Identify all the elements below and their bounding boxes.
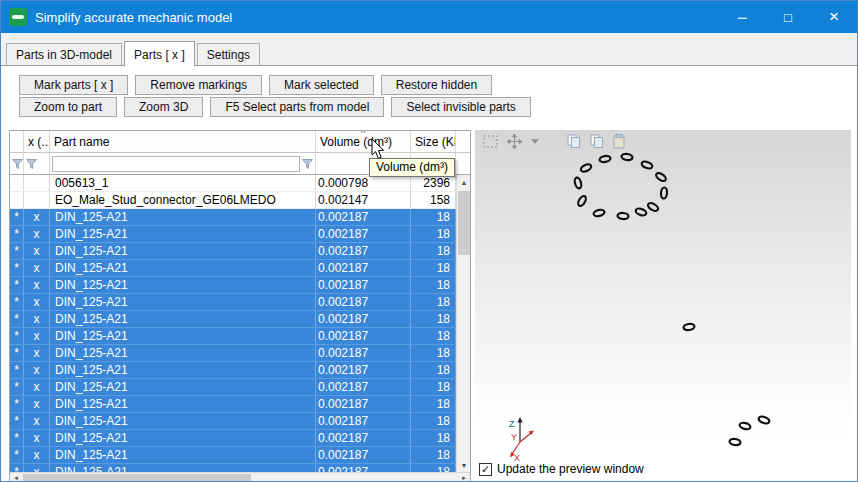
f5-select-parts-button[interactable]: F5 Select parts from model xyxy=(210,97,384,117)
table-row[interactable]: * x DIN_125-A21 0.002187 18 xyxy=(10,328,456,345)
filter-part-name xyxy=(50,153,316,174)
maximize-button[interactable]: □ xyxy=(765,1,811,33)
remove-markings-button[interactable]: Remove markings xyxy=(135,75,262,95)
preview-panel: Z Y X xyxy=(475,130,851,462)
row-part-name-cell: DIN_125-A21 xyxy=(50,396,316,412)
table-row[interactable]: * x DIN_125-A21 0.002187 18 xyxy=(10,362,456,379)
part-name-filter-input[interactable] xyxy=(52,156,300,172)
zoom-3d-button[interactable]: Zoom 3D xyxy=(124,97,203,117)
row-volume-cell: 0.002187 xyxy=(316,345,411,361)
table-row[interactable]: * x DIN_125-A21 0.002187 18 xyxy=(10,294,456,311)
restore-hidden-button[interactable]: Restore hidden xyxy=(381,75,492,95)
update-preview-checkbox[interactable]: ✓ xyxy=(479,463,492,476)
table-row[interactable]: * x DIN_125-A21 0.002187 18 xyxy=(10,447,456,464)
table-row[interactable]: * x DIN_125-A21 0.002187 18 xyxy=(10,379,456,396)
window-title: Simplify accurate mechanic model xyxy=(35,10,719,25)
row-size-cell: 18 xyxy=(411,260,456,276)
row-x-cell: x xyxy=(24,277,50,293)
row-volume-cell: 0.002187 xyxy=(316,277,411,293)
table-row[interactable]: * x DIN_125-A21 0.002187 18 xyxy=(10,260,456,277)
row-x-cell xyxy=(24,175,50,191)
row-size-cell: 18 xyxy=(411,311,456,327)
scroll-left-icon[interactable]: ◄ xyxy=(10,473,22,482)
header-marker[interactable] xyxy=(10,131,24,152)
table-row[interactable]: 005613_1 0.000798 2396 xyxy=(10,175,456,192)
copy-image-icon[interactable] xyxy=(567,134,581,149)
chevron-down-icon[interactable] xyxy=(531,139,539,144)
zoom-window-icon[interactable] xyxy=(483,135,498,148)
row-size-cell: 18 xyxy=(411,226,456,242)
table-row[interactable]: * x DIN_125-A21 0.002187 18 xyxy=(10,243,456,260)
washer-part xyxy=(758,415,770,424)
row-part-name-cell: DIN_125-A21 xyxy=(50,345,316,361)
row-size-cell: 18 xyxy=(411,464,456,472)
row-marker-cell: * xyxy=(10,362,24,378)
filter-icon[interactable] xyxy=(302,159,313,169)
minimize-button[interactable]: ─ xyxy=(719,1,765,33)
tab-parts-in-3d-model[interactable]: Parts in 3D-model xyxy=(6,43,122,66)
header-size[interactable]: Size (KB) xyxy=(411,131,456,152)
header-x[interactable]: x (... xyxy=(24,131,50,152)
close-button[interactable]: × xyxy=(811,1,857,33)
filter-icon[interactable] xyxy=(26,159,37,169)
row-size-cell: 18 xyxy=(411,430,456,446)
row-volume-cell: 0.002187 xyxy=(316,311,411,327)
tab-parts-x[interactable]: Parts [ x ] xyxy=(124,41,195,66)
scroll-down-icon[interactable]: ▼ xyxy=(457,458,471,472)
washer-part xyxy=(641,160,653,169)
tab-settings[interactable]: Settings xyxy=(197,43,260,66)
horizontal-scrollbar[interactable]: ◄ ► xyxy=(10,472,470,482)
mark-selected-button[interactable]: Mark selected xyxy=(269,75,374,95)
app-icon xyxy=(9,8,27,26)
zoom-to-part-button[interactable]: Zoom to part xyxy=(19,97,117,117)
washer-part xyxy=(655,171,667,182)
row-marker-cell: * xyxy=(10,345,24,361)
row-marker-cell xyxy=(10,175,24,191)
filter-icon[interactable] xyxy=(12,159,23,169)
row-marker-cell: * xyxy=(10,294,24,310)
table-row[interactable]: EO_Male_Stud_connector_GE06LMEDO 0.00214… xyxy=(10,192,456,209)
table-row[interactable]: * x DIN_125-A21 0.002187 18 xyxy=(10,464,456,472)
row-x-cell: x xyxy=(24,413,50,429)
row-part-name-cell: DIN_125-A21 xyxy=(50,243,316,259)
header-part-name[interactable]: Part name xyxy=(50,131,316,152)
row-x-cell: x xyxy=(24,430,50,446)
table-row[interactable]: * x DIN_125-A21 0.002187 18 xyxy=(10,345,456,362)
vertical-scroll-thumb[interactable] xyxy=(458,191,470,255)
row-size-cell: 18 xyxy=(411,328,456,344)
copy-icon[interactable] xyxy=(590,134,604,149)
horizontal-scroll-thumb[interactable] xyxy=(23,474,251,482)
select-invisible-parts-button[interactable]: Select invisible parts xyxy=(391,97,530,117)
table-row[interactable]: * x DIN_125-A21 0.002187 18 xyxy=(10,226,456,243)
window-controls: ─ □ × xyxy=(719,1,857,33)
row-marker-cell: * xyxy=(10,447,24,463)
filter-x[interactable] xyxy=(24,153,50,174)
washer-part xyxy=(577,195,588,208)
table-row[interactable]: * x DIN_125-A21 0.002187 18 xyxy=(10,209,456,226)
mouse-cursor xyxy=(371,139,387,161)
scroll-right-icon[interactable]: ► xyxy=(458,473,470,482)
mark-parts-button[interactable]: Mark parts [ x ] xyxy=(19,75,128,95)
table-row[interactable]: * x DIN_125-A21 0.002187 18 xyxy=(10,413,456,430)
washer-part xyxy=(621,153,633,160)
row-x-cell: x xyxy=(24,209,50,225)
row-volume-cell: 0.002147 xyxy=(316,192,411,208)
row-part-name-cell: DIN_125-A21 xyxy=(50,311,316,327)
row-x-cell: x xyxy=(24,260,50,276)
filter-marker[interactable] xyxy=(10,153,24,174)
header-volume[interactable]: ^ Volume (dm³) xyxy=(316,131,411,152)
pan-move-icon[interactable] xyxy=(507,134,522,149)
filter-filler xyxy=(456,153,470,174)
table-row[interactable]: * x DIN_125-A21 0.002187 18 xyxy=(10,277,456,294)
paste-icon[interactable] xyxy=(613,134,627,149)
scroll-up-icon[interactable]: ▲ xyxy=(457,175,471,189)
table-row[interactable]: * x DIN_125-A21 0.002187 18 xyxy=(10,396,456,413)
sort-indicator-icon: ^ xyxy=(361,131,365,138)
vertical-scrollbar[interactable]: ▲ ▼ xyxy=(456,175,470,472)
table-row[interactable]: * x DIN_125-A21 0.002187 18 xyxy=(10,430,456,447)
table-row[interactable]: * x DIN_125-A21 0.002187 18 xyxy=(10,311,456,328)
row-size-cell: 18 xyxy=(411,345,456,361)
row-part-name-cell: DIN_125-A21 xyxy=(50,328,316,344)
tab-page-parts-x: Mark parts [ x ] Remove markings Mark se… xyxy=(1,65,857,481)
row-part-name-cell: DIN_125-A21 xyxy=(50,464,316,472)
